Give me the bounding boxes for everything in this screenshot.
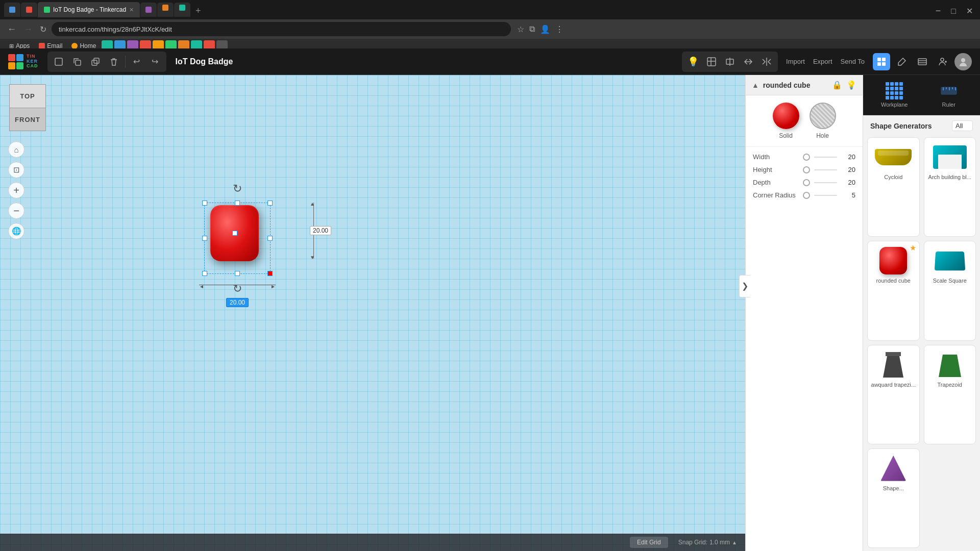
layers-button[interactable] — [914, 53, 931, 70]
browser-tab-inactive[interactable] — [4, 3, 20, 17]
viewport[interactable]: TOP FRONT ⌂ ⊡ + − 🌐 ↻ — [0, 75, 745, 551]
height-slider-dot[interactable] — [803, 166, 810, 173]
panel-expand-arrow[interactable]: ❯ — [739, 275, 750, 297]
solid-label: Solid — [779, 132, 793, 139]
browser-tab-active[interactable]: IoT Dog Badge - Tinkercad ✕ — [38, 2, 140, 17]
send-to-button[interactable]: Send To — [841, 58, 865, 65]
height-slider-track[interactable] — [814, 169, 837, 170]
shape-lock-icon[interactable]: 🔒 — [832, 80, 842, 90]
browser-tab-inactive-4[interactable] — [157, 3, 174, 17]
dimension-line-v: 20.00 ▲ ▼ — [313, 203, 314, 259]
fit-view-button[interactable]: ⊡ — [8, 162, 24, 178]
depth-slider-track[interactable] — [814, 182, 837, 183]
width-value[interactable]: 20 — [841, 153, 855, 161]
shape-item-more-1[interactable]: Shape... — [867, 448, 920, 548]
duplicate-button[interactable] — [87, 54, 104, 70]
add-user-button[interactable] — [934, 53, 951, 70]
grid-view-button[interactable] — [873, 53, 890, 70]
corner-radius-value[interactable]: 5 — [841, 191, 855, 199]
width-dim-line: ◄ ► — [199, 285, 276, 289]
app-header: TIN KER CAD — [0, 48, 980, 75]
flip-tool-button[interactable] — [740, 54, 756, 70]
tinkercad-logo[interactable]: TIN KER CAD — [8, 54, 38, 69]
redo-button[interactable]: ↪ — [147, 54, 163, 70]
3d-object-container: ↻ 20.00 ▲ ▼ — [204, 203, 271, 274]
width-label: Width — [753, 153, 799, 161]
browser-tab-inactive-3[interactable] — [140, 3, 157, 17]
tab-close-icon[interactable]: ✕ — [129, 7, 134, 13]
svg-marker-19 — [883, 356, 903, 378]
star-bookmark-icon[interactable]: ☆ — [516, 23, 525, 35]
address-bar[interactable]: tinkercad.com/things/28n6PJltXcK/edit — [52, 22, 511, 36]
arch-label: Arch building bl... — [928, 174, 971, 180]
pen-tool-button[interactable] — [893, 53, 911, 70]
depth-slider-dot[interactable] — [803, 179, 810, 186]
close-button[interactable]: ✕ — [963, 5, 976, 17]
svg-rect-10 — [918, 59, 926, 65]
browser-tab-bar: IoT Dog Badge - Tinkercad ✕ + − □ ✕ — [0, 0, 980, 19]
center-handle[interactable] — [232, 231, 237, 236]
edit-grid-button[interactable]: Edit Grid — [630, 537, 668, 548]
svg-rect-8 — [877, 62, 881, 66]
bottom-bar: Edit Grid Snap Grid: 1.0 mm ▲ — [0, 534, 745, 551]
width-slider-dot[interactable] — [803, 154, 810, 161]
corner-radius-slider-dot[interactable] — [803, 192, 810, 199]
orbit-button[interactable]: 🌐 — [8, 223, 24, 239]
browser-tab-inactive-2[interactable] — [21, 3, 37, 17]
profile-icon[interactable]: 👤 — [539, 23, 551, 35]
shape-light-icon[interactable]: 💡 — [846, 80, 856, 90]
width-property-row: Width 20 — [753, 153, 855, 161]
main-content: TOP FRONT ⌂ ⊡ + − 🌐 ↻ — [0, 75, 980, 551]
shape-item-trapezoid[interactable]: Trapezoid — [924, 345, 976, 444]
mirror-tool-button[interactable] — [758, 54, 775, 70]
height-value[interactable]: 20 — [841, 166, 855, 173]
import-button[interactable]: Import — [786, 58, 805, 65]
workplane-button[interactable]: Workplane — [868, 79, 921, 111]
extensions-icon[interactable]: ⧉ — [528, 23, 536, 35]
shape-generators-filter[interactable]: All — [952, 120, 973, 131]
copy-button[interactable] — [69, 54, 85, 70]
height-label: Height — [753, 166, 799, 173]
undo-button[interactable]: ↩ — [129, 54, 145, 70]
align-tool-button[interactable] — [722, 54, 738, 70]
view-cube[interactable]: TOP FRONT — [9, 84, 46, 131]
project-title: IoT Dog Badge — [176, 57, 233, 66]
trapezi-label: awquard trapezi... — [871, 382, 916, 388]
zoom-in-button[interactable]: + — [8, 182, 24, 198]
minimize-button[interactable]: − — [933, 5, 944, 17]
shape-item-cycloid[interactable]: Cycloid — [867, 137, 920, 237]
width-dimension-label[interactable]: 20.00 — [226, 298, 249, 307]
delete-button[interactable] — [106, 54, 122, 70]
zoom-out-button[interactable]: − — [8, 203, 24, 219]
rounded-cube-thumbnail — [873, 246, 914, 275]
new-shape-button[interactable] — [51, 54, 67, 70]
rotate-handle-top[interactable]: ↻ — [233, 182, 242, 195]
nav-refresh-button[interactable]: ↻ — [38, 22, 48, 36]
user-avatar[interactable] — [954, 53, 972, 70]
depth-value[interactable]: 20 — [841, 179, 855, 186]
shape-item-rounded-cube[interactable]: ★ rounded cube — [867, 241, 920, 340]
hole-type-button[interactable]: Hole — [810, 103, 836, 139]
solid-type-button[interactable]: Solid — [773, 103, 799, 139]
light-tool-button[interactable]: 💡 — [685, 54, 701, 70]
export-button[interactable]: Export — [813, 58, 832, 65]
width-slider-track[interactable] — [814, 157, 837, 158]
shape-item-trapezi[interactable]: awquard trapezi... — [867, 345, 920, 444]
corner-radius-slider-track[interactable] — [814, 195, 837, 196]
nav-back-button[interactable]: ← — [5, 22, 18, 37]
settings-icon[interactable]: ⋮ — [554, 23, 565, 35]
ruler-button[interactable]: Ruler — [923, 79, 975, 111]
cube-face-front[interactable]: FRONT — [9, 108, 46, 131]
browser-tab-inactive-5[interactable] — [174, 3, 190, 17]
cube-face-top[interactable]: TOP — [9, 84, 46, 108]
home-view-button[interactable]: ⌂ — [8, 141, 24, 158]
shape-tool-button[interactable] — [703, 54, 720, 70]
shape-item-arch[interactable]: Arch building bl... — [924, 137, 976, 237]
maximize-button[interactable]: □ — [948, 6, 959, 17]
ruler-label: Ruler — [942, 102, 955, 108]
nav-forward-button[interactable]: → — [21, 22, 35, 37]
shape-item-scale-square[interactable]: Scale Square — [924, 241, 976, 340]
new-tab-button[interactable]: + — [191, 4, 205, 17]
shape-collapse-button[interactable]: ▲ — [752, 81, 759, 89]
rounded-cube-object[interactable] — [210, 205, 259, 261]
